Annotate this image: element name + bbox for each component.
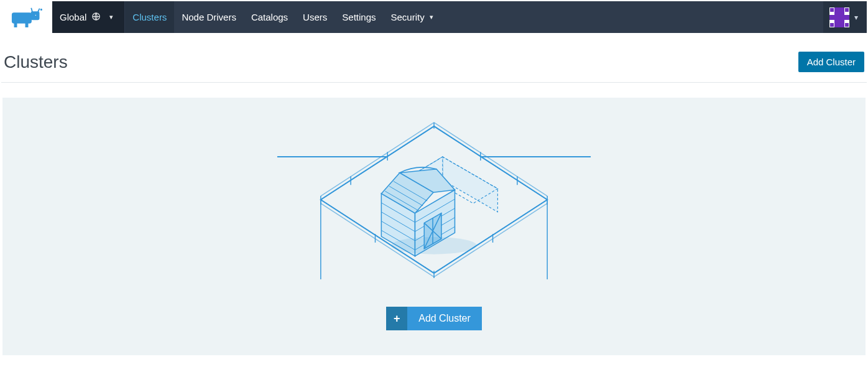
chevron-down-icon: ▾ bbox=[854, 13, 858, 22]
nav-item-label: Node Drivers bbox=[182, 12, 236, 22]
globe-icon bbox=[91, 12, 101, 23]
empty-state-add-cluster-button[interactable]: Add Cluster bbox=[407, 307, 482, 330]
cow-icon bbox=[8, 6, 45, 29]
empty-state-illustration bbox=[275, 120, 593, 279]
svg-point-5 bbox=[41, 9, 42, 10]
nav-security[interactable]: Security ▾ bbox=[383, 1, 440, 33]
page-header: Clusters Add Cluster bbox=[1, 33, 867, 83]
nav-users[interactable]: Users bbox=[295, 1, 335, 33]
nav-item-label: Clusters bbox=[132, 12, 167, 22]
svg-rect-3 bbox=[25, 23, 28, 27]
svg-point-4 bbox=[35, 14, 37, 16]
nav-item-label: Catalogs bbox=[251, 12, 288, 22]
page-title: Clusters bbox=[4, 52, 68, 72]
nav-settings[interactable]: Settings bbox=[335, 1, 383, 33]
top-nav: Global ▾ Clusters Node Drivers Catalogs … bbox=[1, 1, 867, 33]
nav-clusters[interactable]: Clusters bbox=[125, 1, 174, 33]
brand-logo[interactable] bbox=[1, 1, 52, 33]
scope-selector[interactable]: Global ▾ bbox=[52, 1, 125, 33]
avatar bbox=[829, 7, 849, 27]
nav-item-label: Settings bbox=[342, 12, 376, 22]
chevron-down-icon: ▾ bbox=[109, 13, 113, 21]
nav-node-drivers[interactable]: Node Drivers bbox=[174, 1, 244, 33]
nav-item-label: Security bbox=[390, 12, 424, 22]
add-cluster-button[interactable]: Add Cluster bbox=[798, 52, 864, 72]
empty-state-panel: + Add Cluster bbox=[2, 98, 866, 355]
main-nav: Clusters Node Drivers Catalogs Users Set… bbox=[125, 1, 440, 33]
nav-item-label: Users bbox=[303, 12, 327, 22]
farm-illustration bbox=[275, 120, 593, 279]
svg-rect-0 bbox=[12, 12, 32, 22]
nav-catalogs[interactable]: Catalogs bbox=[244, 1, 295, 33]
chevron-down-icon: ▾ bbox=[430, 13, 433, 21]
plus-icon[interactable]: + bbox=[386, 307, 407, 330]
svg-point-43 bbox=[391, 237, 477, 254]
svg-rect-2 bbox=[14, 23, 17, 27]
user-menu[interactable]: ▾ bbox=[823, 1, 867, 33]
empty-state-add-row: + Add Cluster bbox=[386, 307, 482, 330]
scope-label: Global bbox=[60, 12, 86, 22]
